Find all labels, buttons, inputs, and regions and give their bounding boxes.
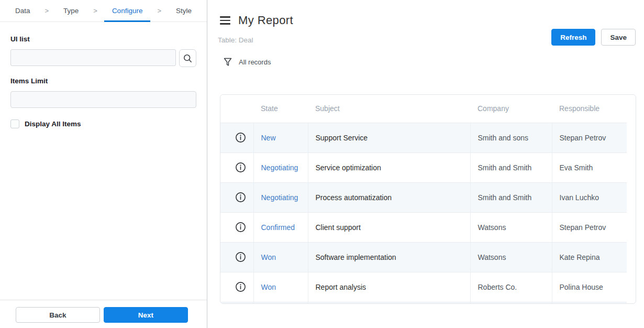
responsible-cell: Stepan Petrov bbox=[552, 212, 627, 242]
save-button[interactable]: Save bbox=[601, 29, 636, 46]
responsible-cell: Stepan Petrov bbox=[552, 123, 627, 152]
company-cell: Smith and Smith bbox=[470, 152, 552, 182]
step-configure[interactable]: Configure bbox=[104, 0, 151, 21]
chevron-right-icon: > bbox=[93, 0, 97, 21]
info-icon[interactable] bbox=[228, 132, 253, 143]
search-icon bbox=[183, 54, 192, 63]
table-row-partial bbox=[220, 302, 627, 304]
filter-label: All records bbox=[239, 58, 271, 66]
subject-cell: Report analysis bbox=[308, 272, 470, 302]
filter-funnel-icon bbox=[224, 58, 232, 67]
table-row: WonReport analysisRoberts Co.Polina Hous… bbox=[220, 272, 627, 302]
state-link[interactable]: Confirmed bbox=[253, 212, 308, 242]
state-link[interactable]: Won bbox=[253, 242, 308, 272]
column-header-icon bbox=[220, 95, 253, 123]
table-row: NewSupport ServiceSmith and sonsStepan P… bbox=[220, 123, 627, 152]
report-title: My Report bbox=[238, 14, 293, 27]
subject-cell: Process automatization bbox=[308, 182, 470, 212]
menu-icon[interactable] bbox=[220, 15, 230, 26]
company-cell: Watsons bbox=[470, 242, 552, 272]
subject-cell: Service optimization bbox=[308, 152, 470, 182]
report-preview-area: My Report Table: Deal Refresh Save All r… bbox=[207, 0, 644, 328]
report-table-subtitle: Table: Deal bbox=[218, 36, 253, 44]
ui-list-input[interactable] bbox=[10, 49, 176, 66]
table-header-row: State Subject Company Responsible bbox=[220, 95, 627, 123]
refresh-button[interactable]: Refresh bbox=[551, 29, 595, 46]
search-button[interactable] bbox=[179, 49, 196, 67]
ui-list-label: UI list bbox=[10, 35, 196, 43]
configure-panel: UI list Items Limit Display All Items bbox=[0, 22, 207, 128]
subject-cell: Support Service bbox=[308, 123, 470, 152]
info-icon[interactable] bbox=[228, 162, 253, 173]
display-all-items-checkbox[interactable] bbox=[10, 119, 19, 128]
subject-cell: Software implementation bbox=[308, 242, 470, 272]
step-style[interactable]: Style bbox=[168, 0, 199, 21]
column-header-responsible: Responsible bbox=[552, 95, 627, 123]
items-limit-label: Items Limit bbox=[10, 77, 196, 85]
report-table: State Subject Company Responsible NewSup… bbox=[220, 94, 636, 304]
table-row: NegotiatingProcess automatizationSmith a… bbox=[220, 182, 627, 212]
company-cell: Smith and sons bbox=[470, 123, 552, 152]
display-all-items-row[interactable]: Display All Items bbox=[10, 119, 196, 128]
company-cell: Roberts Co. bbox=[470, 272, 552, 302]
state-link[interactable]: Negotiating bbox=[253, 152, 308, 182]
info-icon[interactable] bbox=[228, 192, 253, 203]
state-link[interactable]: Won bbox=[253, 272, 308, 302]
display-all-items-label: Display All Items bbox=[25, 120, 81, 128]
wizard-footer: Back Next bbox=[0, 300, 207, 328]
responsible-cell: Eva Smith bbox=[552, 152, 627, 182]
column-header-company: Company bbox=[470, 95, 552, 123]
table-row: WonSoftware implementationWatsonsKate Re… bbox=[220, 242, 627, 272]
step-type[interactable]: Type bbox=[55, 0, 86, 21]
next-button[interactable]: Next bbox=[104, 307, 188, 323]
chevron-right-icon: > bbox=[45, 0, 49, 21]
report-builder-window: { "colors": { "primary": "#1283e6", "act… bbox=[0, 0, 644, 328]
info-icon[interactable] bbox=[228, 281, 253, 292]
info-icon[interactable] bbox=[228, 222, 253, 233]
records-filter[interactable]: All records bbox=[224, 58, 271, 67]
responsible-cell: Ivan Luchko bbox=[552, 182, 627, 212]
step-data[interactable]: Data bbox=[7, 0, 38, 21]
responsible-cell: Kate Repina bbox=[552, 242, 627, 272]
responsible-cell: Polina House bbox=[552, 272, 627, 302]
configuration-sidebar: Data > Type > Configure > Style UI list … bbox=[0, 0, 207, 328]
company-cell: Smith and Smith bbox=[470, 182, 552, 212]
column-header-state: State bbox=[253, 95, 308, 123]
subject-cell: Client support bbox=[308, 212, 470, 242]
state-link[interactable]: New bbox=[253, 123, 308, 152]
back-button[interactable]: Back bbox=[16, 307, 100, 323]
chevron-right-icon: > bbox=[157, 0, 161, 21]
table-row: ConfirmedClient supportWatsonsStepan Pet… bbox=[220, 212, 627, 242]
state-link[interactable]: Negotiating bbox=[253, 182, 308, 212]
info-icon[interactable] bbox=[228, 252, 253, 263]
table-row: NegotiatingService optimizationSmith and… bbox=[220, 152, 627, 182]
items-limit-input[interactable] bbox=[10, 91, 196, 108]
wizard-steps: Data > Type > Configure > Style bbox=[0, 0, 207, 22]
column-header-subject: Subject bbox=[308, 95, 470, 123]
company-cell: Watsons bbox=[470, 212, 552, 242]
